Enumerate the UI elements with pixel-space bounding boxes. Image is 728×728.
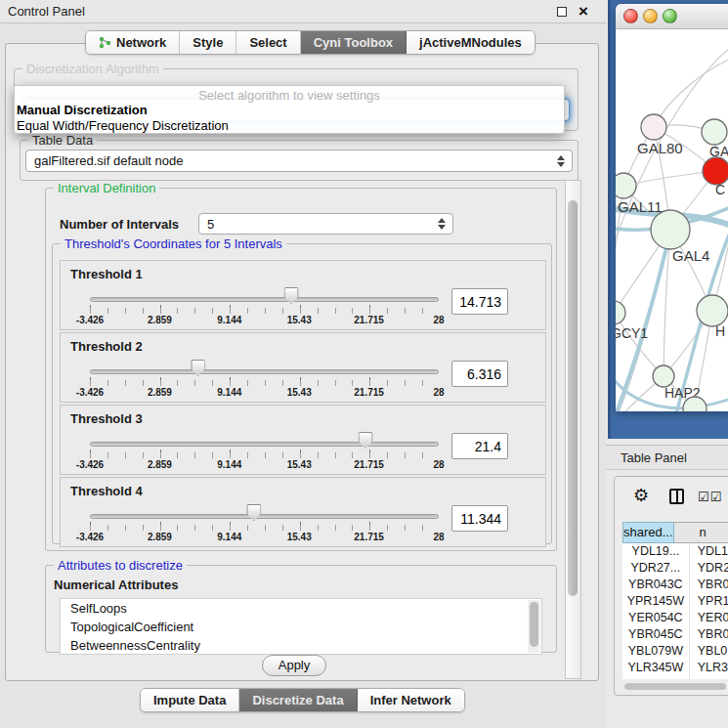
table-data-combo[interactable]: galFiltered.sif default node bbox=[25, 150, 573, 172]
threshold-1-block: Threshold 1 -3.4262.8599.14415.4321.7152… bbox=[60, 260, 546, 330]
network-node[interactable] bbox=[653, 365, 674, 387]
thresholds-group-title: Threshold's Coordinates for 5 Intervals bbox=[61, 236, 286, 251]
threshold-3-value-field[interactable] bbox=[451, 433, 508, 459]
tick-label: 28 bbox=[433, 387, 444, 398]
table-row[interactable]: YDL19...YDL1 bbox=[622, 543, 728, 560]
tick-label: 15.43 bbox=[287, 315, 312, 325]
panel-scrollbar[interactable] bbox=[565, 180, 581, 679]
network-node[interactable] bbox=[616, 173, 636, 198]
combo-arrows-icon bbox=[557, 155, 565, 167]
table-row[interactable]: YLR345WYLR3 bbox=[622, 660, 728, 676]
tab-discretize-data[interactable]: Discretize Data bbox=[239, 689, 357, 711]
tab-network[interactable]: Network bbox=[86, 31, 180, 54]
node-label: GAL80 bbox=[637, 140, 683, 156]
threshold-4-slider-track[interactable] bbox=[90, 514, 439, 519]
gear-icon[interactable]: ⚙ bbox=[633, 487, 649, 504]
table-data-group: Table Data galFiltered.sif default node bbox=[20, 140, 578, 181]
number-of-intervals-label: Number of Intervals bbox=[60, 217, 179, 232]
dropdown-option-manual[interactable]: Manual Discretization bbox=[17, 103, 562, 118]
threshold-2-slider-track[interactable] bbox=[90, 369, 439, 374]
tick-label: 21.715 bbox=[354, 315, 384, 325]
zoom-traffic-light-icon[interactable] bbox=[663, 9, 677, 23]
column-header-shared[interactable]: shared... bbox=[622, 522, 674, 543]
tick-label: 28 bbox=[433, 315, 444, 325]
threshold-2-value-field[interactable] bbox=[451, 361, 508, 387]
threshold-1-slider-track[interactable] bbox=[90, 297, 439, 302]
table-row[interactable]: YPR145WYPR1 bbox=[622, 593, 728, 610]
numerical-attributes-label: Numerical Attributes bbox=[54, 578, 178, 592]
network-node[interactable] bbox=[702, 119, 727, 145]
list-item[interactable]: BetweennessCentrality bbox=[61, 636, 541, 655]
slider-scale-labels: -3.4262.8599.14415.4321.71528 bbox=[90, 532, 439, 543]
network-canvas[interactable]: GAL80GACGAL11GAL4GCY1HHAP2 bbox=[616, 29, 728, 411]
dropdown-option-equal-width[interactable]: Equal Width/Frequency Discretization bbox=[17, 118, 562, 134]
threshold-1-label: Threshold 1 bbox=[70, 267, 143, 281]
columns-icon[interactable] bbox=[669, 489, 684, 504]
table-row[interactable]: YER054CYER0 bbox=[622, 610, 728, 626]
tab-select[interactable]: Select bbox=[236, 31, 300, 54]
node-label: H bbox=[715, 323, 725, 339]
tick-label: 21.715 bbox=[354, 387, 384, 398]
checkboxes-icon[interactable]: ☑☑ bbox=[698, 490, 722, 504]
tick-label: 9.144 bbox=[217, 532, 241, 542]
numerical-attributes-list[interactable]: SelfLoops TopologicalCoefficient Between… bbox=[60, 598, 542, 655]
control-panel-titlebar: Control Panel × bbox=[0, 0, 606, 23]
table-row[interactable]: YBL079WYBL0 bbox=[622, 643, 728, 660]
float-window-icon[interactable] bbox=[557, 7, 567, 17]
tab-label: Select bbox=[249, 35, 286, 50]
network-node[interactable] bbox=[641, 114, 666, 140]
tick-label: -3.426 bbox=[76, 387, 104, 398]
table-row[interactable]: YBR043CYBR0 bbox=[622, 577, 728, 593]
algorithm-hint: Select algorithm to view settings bbox=[15, 88, 564, 103]
table-hscrollbar[interactable] bbox=[623, 682, 728, 691]
combo-arrows-icon bbox=[438, 218, 446, 230]
scrollbar-thumb[interactable] bbox=[624, 683, 726, 690]
tab-style[interactable]: Style bbox=[180, 31, 236, 54]
table-panel: ⚙ ☑☑ shared... n YDL19...YDL1 YDR27...YD… bbox=[614, 476, 728, 696]
network-node[interactable] bbox=[651, 210, 690, 249]
tick-label: -3.426 bbox=[76, 459, 104, 470]
tab-cyni-toolbox[interactable]: Cyni Toolbox bbox=[301, 31, 407, 54]
control-panel: Control Panel × Network Style Select Cyn… bbox=[0, 0, 606, 728]
scrollbar-thumb[interactable] bbox=[568, 200, 578, 596]
minimize-traffic-light-icon[interactable] bbox=[643, 9, 658, 23]
list-item[interactable]: SelfLoops bbox=[61, 599, 541, 618]
column-header-name[interactable]: n bbox=[674, 522, 728, 543]
threshold-4-value-field[interactable] bbox=[451, 505, 508, 532]
threshold-2-label: Threshold 2 bbox=[70, 339, 143, 354]
network-node[interactable] bbox=[697, 295, 728, 326]
node-label: C bbox=[715, 182, 725, 197]
threshold-4-label: Threshold 4 bbox=[70, 484, 143, 498]
tick-label: -3.426 bbox=[76, 315, 104, 325]
threshold-2-block: Threshold 2 -3.4262.8599.14415.4321.7152… bbox=[60, 332, 546, 403]
number-of-intervals-value: 5 bbox=[207, 217, 214, 232]
tab-label: Discretize Data bbox=[252, 693, 343, 707]
algorithm-dropdown-popup: Select algorithm to view settings Manual… bbox=[14, 85, 565, 134]
close-icon[interactable]: × bbox=[578, 1, 588, 22]
apply-button[interactable]: Apply bbox=[262, 655, 326, 676]
node-label: GAL11 bbox=[618, 198, 663, 215]
threshold-3-slider-track[interactable] bbox=[90, 442, 439, 447]
panel-title: Control Panel bbox=[8, 4, 85, 19]
tab-infer-network[interactable]: Infer Network bbox=[358, 689, 464, 711]
table-row[interactable]: YIL052CYIL0 bbox=[622, 676, 728, 679]
list-item[interactable]: TopologicalCoefficient bbox=[61, 618, 541, 636]
tick-label: 15.43 bbox=[287, 387, 312, 398]
table-row[interactable]: YDR27...YDR2 bbox=[622, 560, 728, 577]
thresholds-group: Threshold's Coordinates for 5 Intervals … bbox=[52, 243, 552, 544]
threshold-1-value-field[interactable] bbox=[451, 288, 508, 315]
list-scrollbar[interactable] bbox=[528, 600, 540, 653]
number-of-intervals-combo[interactable]: 5 bbox=[198, 213, 453, 235]
attributes-group-title: Attributes to discretize bbox=[54, 558, 187, 573]
close-traffic-light-icon[interactable] bbox=[623, 9, 638, 23]
network-node[interactable] bbox=[703, 157, 728, 185]
table-data-title: Table Data bbox=[28, 133, 97, 148]
tab-impute-data[interactable]: Impute Data bbox=[141, 689, 239, 711]
network-node[interactable] bbox=[616, 301, 625, 324]
tab-jactivemnodules[interactable]: jActiveMNodules bbox=[407, 31, 535, 54]
tab-label: Network bbox=[116, 35, 166, 50]
slider-ticks bbox=[90, 377, 440, 386]
tick-label: 2.859 bbox=[148, 459, 172, 470]
table-row[interactable]: YBR045CYBR0 bbox=[622, 626, 728, 643]
tab-label: Cyni Toolbox bbox=[314, 35, 393, 50]
